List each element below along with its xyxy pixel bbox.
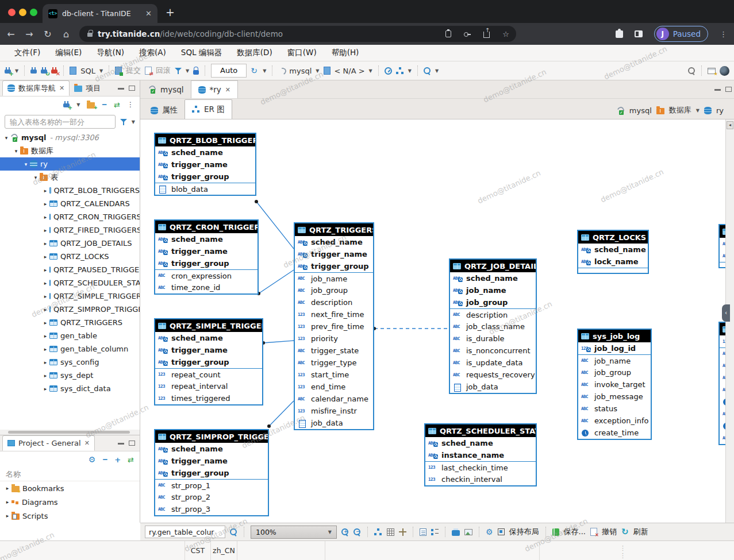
er-table-header[interactable]: QRTZ_LOCKS — [578, 231, 648, 244]
er-table-header[interactable] — [720, 225, 725, 238]
er-column-prev_fire_time[interactable]: 123prev_fire_time — [295, 320, 373, 333]
project-item-Diagrams[interactable]: ▸Diagrams — [0, 495, 140, 509]
tree-item-QRTZ_FIRED_TRIGGERS[interactable]: ▸QRTZ_FIRED_TRIGGERS — [0, 223, 140, 237]
er-table-header[interactable]: QRTZ_SIMPLE_TRIGGERS — [155, 319, 262, 332]
browser-tab[interactable]: <t> db-client - TitanIDE ✕ — [43, 4, 157, 23]
er-table-QRTZ_LOCKS[interactable]: QRTZ_LOCKSABCsched_nameABClock_name — [577, 230, 649, 274]
refresh-icon[interactable]: ↻ — [621, 527, 629, 537]
expand-arrow-icon[interactable]: ▸ — [41, 360, 49, 365]
print-icon[interactable] — [452, 530, 460, 536]
filter-funnel-icon[interactable] — [120, 118, 127, 126]
zoom-select[interactable]: 100% ▼ — [251, 526, 337, 539]
edit-connection-icon[interactable] — [278, 67, 285, 74]
connect-icon[interactable] — [30, 67, 37, 75]
tree-item-mysql[interactable]: ▾mysql- mysql:3306 — [0, 131, 140, 144]
er-column-sched_name[interactable]: ABCsched_name — [155, 146, 255, 159]
expand-arrow-icon[interactable]: ▾ — [12, 148, 20, 154]
er-column-job_data[interactable]: job_data — [450, 381, 536, 393]
er-column-cron_expression[interactable]: ABCcron_expression — [155, 269, 258, 281]
commit-icon[interactable] — [115, 67, 122, 75]
er-column-trigger_name[interactable]: ABCtrigger_name — [155, 344, 262, 356]
breadcrumb-connection[interactable]: mysql — [629, 106, 652, 115]
er-column-is_nonconcurrent[interactable]: ABCis_nonconcurrent — [450, 345, 536, 357]
nav-new-connection-icon[interactable]: + — [63, 101, 70, 109]
subtab-properties[interactable]: 属性 — [144, 102, 185, 119]
expand-arrow-icon[interactable]: ▸ — [41, 373, 49, 379]
bookmark-star-icon[interactable]: ☆ — [502, 30, 509, 38]
new-connection-icon[interactable]: + — [5, 67, 11, 75]
er-column-blob_data[interactable]: blob_data — [155, 183, 255, 195]
home-button[interactable]: ⌂ — [59, 29, 74, 40]
active-database-dropdown[interactable]: ▼ — [369, 68, 372, 74]
project-link-icon[interactable]: ⇄ — [128, 455, 134, 464]
web-icon[interactable] — [720, 66, 729, 76]
er-column-trigger_name[interactable]: ABCtrigger_name — [155, 159, 255, 171]
tree-item-QRTZ_PAUSED_TRIGGERS[interactable]: ▸QRTZ_PAUSED_TRIGGERS — [0, 263, 140, 276]
menu-item[interactable]: 导航(N) — [89, 48, 132, 58]
er-column-is_durable[interactable]: ABCis_durable — [450, 333, 536, 345]
er-column-hidden[interactable]: ABC — [720, 372, 725, 384]
er-column-hidden[interactable]: ABC — [720, 432, 725, 444]
tab-projects[interactable]: 项目 — [70, 80, 105, 96]
tree-item-gen_table[interactable]: ▸gen_table — [0, 329, 140, 342]
diagram-search-icon[interactable] — [230, 528, 237, 536]
breadcrumb-database[interactable]: 数据库 — [669, 105, 691, 115]
undo-label[interactable]: 撤销 — [602, 527, 617, 537]
er-column-hidden[interactable]: ABC — [720, 408, 725, 420]
er-column-sched_name[interactable]: ABCsched_name — [450, 272, 536, 284]
er-table-clipped[interactable]: ABCABC — [718, 224, 725, 268]
menu-item[interactable]: 窗口(W) — [280, 48, 324, 58]
er-column-repeat_count[interactable]: 123repeat_count — [155, 368, 262, 380]
disconnect-icon[interactable]: ✕ — [51, 67, 57, 75]
er-column-hidden[interactable]: ABC — [720, 384, 725, 396]
er-table-sys_job_log[interactable]: sys_job_log123job_log_idABCjob_nameABCjo… — [577, 329, 652, 440]
expand-arrow-icon[interactable]: ▸ — [41, 188, 49, 194]
search-icon[interactable] — [424, 67, 431, 75]
expand-arrow-icon[interactable]: ▾ — [32, 175, 40, 180]
tree-item-sys_config[interactable]: ▸sys_config — [0, 356, 140, 369]
reload-button[interactable]: ↻ — [40, 29, 55, 40]
fit-window-icon[interactable] — [399, 528, 406, 536]
er-column-job_data[interactable]: job_data — [295, 417, 373, 429]
expand-arrow-icon[interactable]: ▸ — [41, 241, 49, 246]
view-menu-icon[interactable]: ⋮ — [127, 101, 134, 109]
name-column-header[interactable]: 名称 — [0, 468, 140, 481]
address-bar[interactable]: try.titanide.cn /ide/web/coding/db-clien… — [79, 26, 516, 42]
new-connection-dropdown[interactable]: ▼ — [15, 68, 18, 74]
diagram-search-input[interactable] — [145, 526, 225, 538]
commit-mode-select[interactable]: Auto — [211, 64, 247, 78]
er-column-trigger_type[interactable]: ABCtrigger_type — [295, 357, 373, 369]
keep-layout-label[interactable]: 保持布局 — [509, 527, 539, 537]
er-column-priority[interactable]: 123priority — [295, 333, 373, 345]
menu-item[interactable]: 编辑(E) — [48, 48, 89, 58]
menu-item[interactable]: 搜索(A) — [132, 48, 174, 58]
expand-arrow-icon[interactable]: ▸ — [41, 333, 49, 339]
er-column-trigger_name[interactable]: ABCtrigger_name — [155, 455, 268, 467]
transaction-filter-dropdown[interactable]: ▼ — [186, 68, 189, 74]
er-column-is_update_data[interactable]: ABCis_update_data — [450, 357, 536, 369]
layout-settings-icon[interactable]: ⚙ — [486, 527, 493, 536]
collapse-all-icon[interactable]: − — [102, 102, 107, 107]
expand-arrow-icon[interactable]: ▸ — [41, 386, 49, 392]
add-note-icon[interactable] — [420, 528, 426, 536]
maximize-panel-icon[interactable] — [129, 86, 135, 91]
er-column-sched_name[interactable]: ABCsched_name — [295, 236, 373, 248]
er-column-trigger_group[interactable]: ABCtrigger_group — [155, 171, 255, 183]
nav-new-connection-dropdown[interactable]: ▼ — [76, 102, 80, 107]
rollback-label[interactable]: 回滚 — [156, 65, 171, 76]
tree-item-ry[interactable]: ▾ry — [0, 157, 140, 171]
er-column-job_log_id[interactable]: 123job_log_id — [578, 342, 651, 354]
er-column-create_time[interactable]: create_time — [578, 427, 651, 439]
new-tab-button[interactable]: + — [166, 6, 175, 18]
tree-item-QRTZ_CRON_TRIGGERS[interactable]: ▸QRTZ_CRON_TRIGGERS — [0, 210, 140, 223]
active-connection-dropdown[interactable]: ▼ — [316, 68, 319, 74]
er-column-job_name[interactable]: ABCjob_name — [450, 284, 536, 296]
active-connection-select[interactable]: mysql — [289, 67, 312, 75]
filter-dropdown[interactable]: ▼ — [132, 119, 135, 125]
extensions-icon[interactable] — [616, 30, 623, 38]
er-table-QRTZ_SCHEDULER_STATE[interactable]: QRTZ_SCHEDULER_STATEABCsched_nameABCinst… — [424, 423, 537, 486]
subtab-er-diagram[interactable]: ER 图 — [185, 99, 232, 119]
save-diagram-icon[interactable] — [552, 528, 559, 536]
er-table-header[interactable]: QRTZ_JOB_DETAILS — [450, 260, 536, 272]
sql-editor-dropdown[interactable]: ▼ — [99, 68, 103, 74]
